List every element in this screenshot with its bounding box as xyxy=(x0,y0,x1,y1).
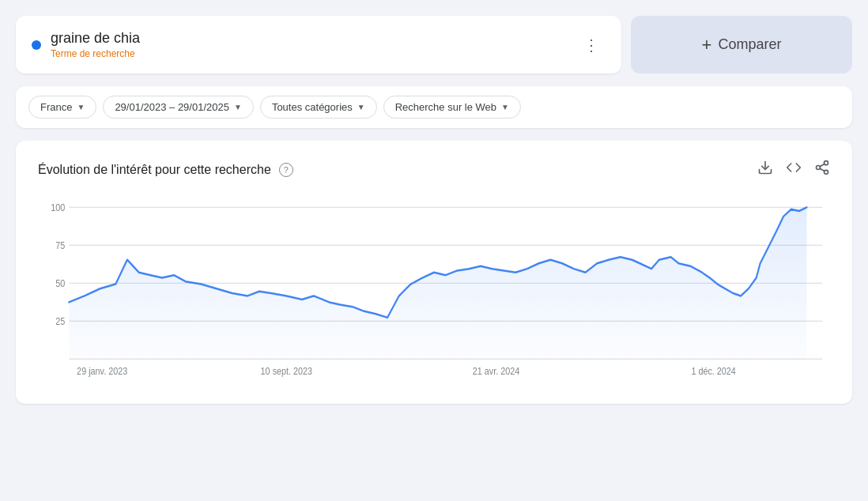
search-term-sublabel: Terme de recherche xyxy=(51,48,140,59)
chart-title-area: Évolution de l'intérêt pour cette recher… xyxy=(38,163,293,177)
search-term-card: graine de chia Terme de recherche ⋮ xyxy=(16,16,621,73)
code-icon[interactable] xyxy=(786,160,802,179)
date-range-filter[interactable]: 29/01/2023 – 29/01/2025 ▼ xyxy=(103,96,254,119)
compare-card[interactable]: + Comparer xyxy=(631,16,852,73)
chart-header: Évolution de l'intérêt pour cette recher… xyxy=(38,160,830,179)
chart-area: 100 75 50 25 29 janv. 2023 10 sept. 2023… xyxy=(38,198,830,388)
chart-title: Évolution de l'intérêt pour cette recher… xyxy=(38,163,271,177)
search-type-filter[interactable]: Recherche sur le Web ▼ xyxy=(383,96,521,119)
search-type-chevron-icon: ▼ xyxy=(501,103,509,111)
region-filter[interactable]: France ▼ xyxy=(28,96,96,119)
search-term-left: graine de chia Terme de recherche xyxy=(32,30,140,59)
trend-chart: 100 75 50 25 29 janv. 2023 10 sept. 2023… xyxy=(38,198,830,388)
category-filter[interactable]: Toutes catégories ▼ xyxy=(260,96,377,119)
download-icon[interactable] xyxy=(757,160,773,179)
date-chevron-icon: ▼ xyxy=(234,103,242,111)
svg-marker-15 xyxy=(69,207,806,359)
svg-text:25: 25 xyxy=(55,315,65,326)
chart-actions xyxy=(757,160,830,179)
svg-line-4 xyxy=(820,168,825,171)
help-icon[interactable]: ? xyxy=(279,163,293,177)
svg-text:1 déc. 2024: 1 déc. 2024 xyxy=(691,365,736,376)
more-options-icon[interactable]: ⋮ xyxy=(577,32,606,58)
region-chevron-icon: ▼ xyxy=(77,103,85,111)
filters-row: France ▼ 29/01/2023 – 29/01/2025 ▼ Toute… xyxy=(16,86,852,128)
svg-text:29 janv. 2023: 29 janv. 2023 xyxy=(77,365,127,376)
compare-plus-icon: + xyxy=(702,35,712,55)
search-term-title: graine de chia xyxy=(51,30,140,47)
chart-card: Évolution de l'intérêt pour cette recher… xyxy=(16,141,852,404)
svg-text:100: 100 xyxy=(51,202,65,213)
svg-line-5 xyxy=(820,164,825,166)
search-term-text: graine de chia Terme de recherche xyxy=(51,30,140,59)
svg-text:21 avr. 2024: 21 avr. 2024 xyxy=(473,365,520,376)
category-chevron-icon: ▼ xyxy=(357,103,365,111)
term-color-dot xyxy=(32,40,41,50)
svg-text:10 sept. 2023: 10 sept. 2023 xyxy=(261,365,312,376)
compare-label: Comparer xyxy=(718,36,781,53)
share-icon[interactable] xyxy=(814,160,830,179)
svg-text:50: 50 xyxy=(55,277,65,288)
svg-text:75: 75 xyxy=(55,239,65,250)
